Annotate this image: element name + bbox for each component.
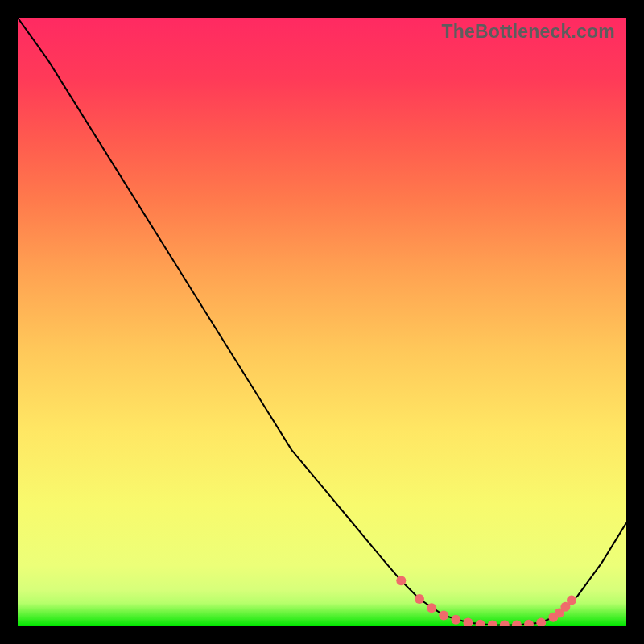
bottleneck-curve [18, 18, 626, 625]
marker-dot [488, 621, 497, 627]
marker-dot [415, 594, 424, 604]
marker-dot [396, 576, 406, 585]
chart-overlay [18, 18, 626, 626]
marker-dot [512, 621, 522, 627]
marker-dot [567, 596, 576, 605]
marker-dot [463, 618, 473, 627]
marker-dot [451, 615, 460, 625]
marker-dot [524, 620, 534, 626]
marker-dot [427, 603, 436, 613]
plot-area: TheBottleneck.com [18, 18, 626, 626]
marker-dot [536, 618, 546, 627]
marker-dot [439, 610, 448, 620]
marker-dot [476, 620, 485, 626]
marker-dots-group [396, 576, 576, 626]
chart-stage: TheBottleneck.com [0, 0, 644, 644]
marker-dot [500, 621, 510, 627]
